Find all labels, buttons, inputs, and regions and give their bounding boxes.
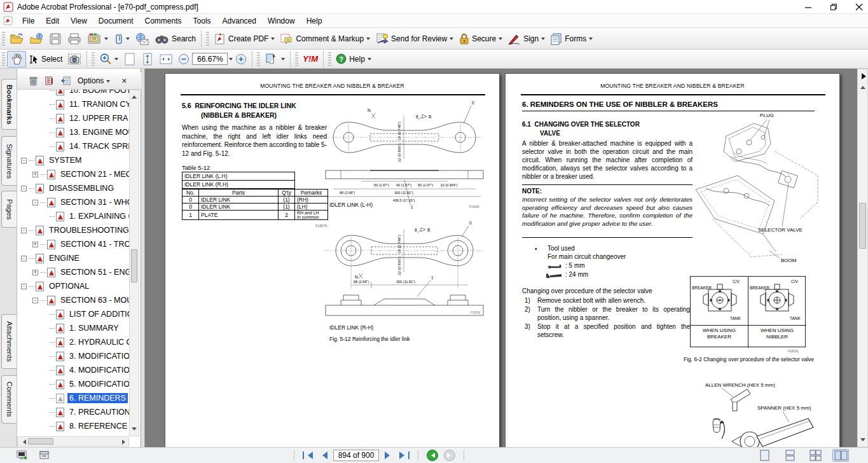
toolbar-grip[interactable]	[328, 52, 331, 66]
toolbar-grip[interactable]	[295, 52, 298, 66]
menu-item[interactable]: Help	[301, 15, 328, 27]
bookmark-item[interactable]: 14. TRACK SPRI	[17, 139, 129, 153]
tab-comments[interactable]: Comments	[1, 375, 17, 424]
tab-bookmarks[interactable]: Bookmarks	[1, 79, 17, 130]
continuous-facing-layout-button[interactable]	[807, 449, 823, 462]
page-number-input[interactable]	[333, 450, 379, 461]
page-layout-status-icon[interactable]	[39, 451, 50, 460]
expander-icon[interactable]: -	[32, 298, 38, 303]
expander-icon[interactable]: +	[32, 172, 38, 177]
fit-height-button[interactable]	[139, 51, 156, 67]
minimize-button[interactable]	[804, 3, 812, 11]
next-view-button[interactable]	[444, 450, 455, 461]
toolbar-grip[interactable]	[92, 52, 95, 66]
panel-vertical-scrollbar[interactable]	[129, 90, 139, 436]
print-button[interactable]	[65, 31, 85, 46]
search-button[interactable]: Search	[152, 32, 198, 46]
continuous-layout-button[interactable]	[782, 449, 798, 462]
toolbar-grip[interactable]	[2, 32, 5, 46]
bookmark-item[interactable]: + SECTION 21 - MEC	[17, 167, 129, 181]
zoom-tool-button[interactable]	[97, 52, 121, 67]
screen-mode-icon[interactable]	[17, 450, 28, 460]
bookmark-item[interactable]: - SYSTEM	[17, 153, 129, 167]
menu-item[interactable]: Comments	[139, 15, 188, 27]
menu-item[interactable]: Advanced	[217, 15, 262, 27]
menu-item[interactable]: Tools	[188, 15, 217, 27]
page-setup-button[interactable]	[262, 52, 287, 67]
next-page-button[interactable]	[385, 452, 394, 459]
bookmark-item[interactable]: - DISASSEMBLING	[17, 181, 129, 195]
create-pdf-button[interactable]: Create PDF	[211, 31, 277, 46]
single-page-layout-button[interactable]	[756, 449, 773, 462]
attach-button[interactable]	[111, 31, 132, 46]
bookmark-item[interactable]: 7. PRECAUTION	[17, 405, 129, 419]
facing-layout-button[interactable]	[832, 449, 849, 462]
first-page-button[interactable]	[303, 452, 313, 459]
bookmark-item[interactable]: - OPTIONAL	[17, 279, 129, 293]
expander-icon[interactable]: -	[21, 284, 27, 289]
previous-view-button[interactable]	[427, 450, 438, 461]
collapse-scrollbar-arrow[interactable]	[862, 73, 868, 79]
help-button[interactable]: ?Help	[333, 52, 374, 66]
fit-page-button[interactable]	[121, 51, 139, 67]
menu-item[interactable]: File	[17, 15, 40, 27]
save-button[interactable]	[46, 31, 65, 46]
bookmark-item[interactable]: 13. ENGINE MOU	[17, 125, 129, 139]
close-panel-button[interactable]: ×	[121, 76, 127, 86]
last-page-button[interactable]	[399, 452, 410, 459]
go-to-bookmark-icon[interactable]	[61, 76, 71, 86]
expander-icon[interactable]: +	[32, 242, 38, 247]
panel-hscrollbar-thumb[interactable]	[28, 438, 53, 445]
bookmark-item[interactable]: + SECTION 41 - TROU	[17, 237, 129, 251]
bookmark-item[interactable]: 12. UPPER FRA	[17, 111, 129, 125]
open-button[interactable]	[7, 31, 27, 46]
bookmark-item[interactable]: 8. REFERENCE	[17, 419, 129, 433]
expander-icon[interactable]: +	[32, 270, 38, 275]
sign-button[interactable]: Sign	[505, 31, 548, 46]
zoom-in-button[interactable]	[233, 52, 249, 66]
toolbar-grip[interactable]	[257, 52, 260, 66]
close-button[interactable]	[855, 3, 863, 11]
bookmark-item[interactable]: 4. MODIFICATIO	[17, 363, 129, 377]
hand-tool-button[interactable]	[7, 51, 26, 67]
organizer-button[interactable]	[85, 31, 111, 46]
bookmark-item[interactable]: 5. MODIFICATIO	[17, 377, 129, 391]
bookmark-item[interactable]: 3. MODIFICATIO	[17, 349, 129, 363]
zoom-level-input[interactable]	[192, 53, 228, 65]
bookmark-item[interactable]: 1. EXPLAINING C	[17, 209, 129, 223]
bookmark-item[interactable]: 6. REMINDERS	[17, 391, 129, 405]
fit-width-button[interactable]	[156, 51, 176, 67]
zoom-out-button[interactable]	[176, 52, 192, 66]
tab-attachments[interactable]: Attachments	[1, 314, 17, 369]
document-scrollbar-thumb[interactable]	[859, 203, 866, 249]
bookmark-item[interactable]: - SECTION 63 - MOU	[17, 293, 129, 307]
toolbar-grip[interactable]	[2, 52, 5, 66]
open-web-button[interactable]	[27, 31, 46, 46]
select-tool-button[interactable]: Select	[26, 52, 65, 66]
menu-item[interactable]: View	[65, 15, 93, 27]
forms-button[interactable]: Forms	[548, 31, 595, 46]
bookmark-item[interactable]: - ENGINE	[17, 251, 129, 265]
expander-icon[interactable]: -	[21, 228, 27, 233]
options-menu-button[interactable]: Options	[78, 76, 110, 85]
expander-icon[interactable]: -	[21, 256, 27, 261]
document-vertical-scrollbar[interactable]	[857, 69, 868, 447]
expander-icon[interactable]: -	[21, 158, 27, 163]
bookmark-item[interactable]: 2. HYDRAULIC C	[17, 335, 129, 349]
yahoo-search-button[interactable]: Y!M	[300, 53, 320, 65]
panel-horizontal-scrollbar[interactable]	[17, 436, 129, 446]
bookmark-item[interactable]: 11. TRANION CY	[17, 97, 129, 111]
tab-signatures[interactable]: Signatures	[1, 136, 17, 186]
expander-icon[interactable]: -	[21, 186, 27, 191]
email-button[interactable]	[132, 31, 152, 46]
menu-item[interactable]: Edit	[40, 15, 65, 27]
bookmark-item[interactable]: 10. BOOM FOOT	[17, 90, 129, 97]
panel-scrollbar-thumb[interactable]	[131, 249, 137, 282]
bookmark-item[interactable]: - SECTION 31 - WHO	[17, 195, 129, 209]
menu-item[interactable]: Document	[93, 15, 139, 27]
document-area[interactable]: MOUNTING THE BREAKER AND NIBBLER & BREAK…	[145, 69, 857, 447]
bookmark-item[interactable]: + SECTION 51 - ENG	[17, 265, 129, 279]
secure-button[interactable]: Secure	[456, 31, 505, 46]
bookmark-item[interactable]: LIST OF ADDITIO	[17, 307, 129, 321]
send-for-review-button[interactable]: Send for Review	[373, 31, 456, 46]
